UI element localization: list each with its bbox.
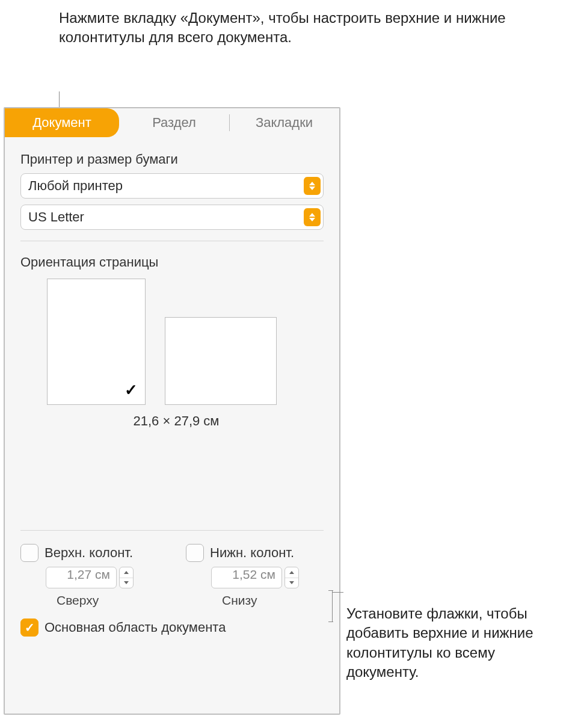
orientation-portrait[interactable]: ✓: [47, 279, 146, 405]
tab-section[interactable]: Раздел: [119, 108, 229, 137]
orientation-options: ✓: [47, 279, 324, 405]
header-checkbox[interactable]: [20, 544, 38, 562]
header-check-line: Верхн. колонт.: [20, 544, 158, 562]
tab-document[interactable]: Документ: [5, 108, 119, 137]
callout-top-text: Нажмите вкладку «Документ», чтобы настро…: [59, 8, 575, 48]
footer-stepper: 1,52 см: [211, 567, 324, 588]
tab-bookmarks[interactable]: Закладки: [229, 108, 339, 137]
chevron-down-icon: [124, 581, 129, 584]
document-body-row: ✓ Основная область документа: [20, 618, 324, 637]
footer-sublabel: Снизу: [222, 593, 324, 608]
stepper-down[interactable]: [285, 578, 298, 588]
panel-body: Принтер и размер бумаги Любой принтер US…: [5, 137, 339, 643]
header-value-input[interactable]: 1,27 см: [46, 567, 117, 588]
callout-bracket: [328, 622, 333, 622]
orientation-section-title: Ориентация страницы: [20, 254, 324, 270]
callout-line: [59, 91, 60, 108]
stepper-up[interactable]: [285, 567, 298, 578]
header-column: Верхн. колонт. 1,27 см Сверху: [20, 544, 158, 608]
check-icon: ✓: [125, 381, 138, 399]
chevron-up-icon: [289, 571, 294, 574]
paper-value: US Letter: [28, 209, 84, 225]
divider: [20, 241, 324, 241]
footer-value-input[interactable]: 1,52 см: [211, 567, 282, 588]
footer-column: Нижн. колонт. 1,52 см Снизу: [186, 544, 324, 608]
header-stepper: 1,27 см: [46, 567, 158, 588]
orientation-dimensions: 21,6 × 27,9 см: [29, 413, 324, 429]
spacer: [20, 429, 324, 519]
footer-checkbox[interactable]: [186, 544, 204, 562]
printer-select[interactable]: Любой принтер: [20, 173, 324, 199]
footer-label: Нижн. колонт.: [210, 545, 294, 561]
header-footer-row: Верхн. колонт. 1,27 см Сверху Нижн. коло…: [20, 544, 324, 608]
header-sublabel: Сверху: [57, 593, 158, 608]
chevron-up-icon: [124, 571, 129, 574]
footer-stepper-buttons: [284, 567, 299, 588]
popup-arrows-icon: [304, 208, 321, 226]
stepper-down[interactable]: [120, 578, 133, 588]
footer-check-line: Нижн. колонт.: [186, 544, 324, 562]
callout-bracket: [332, 590, 333, 622]
popup-arrows-icon: [304, 177, 321, 195]
inspector-tabs: Документ Раздел Закладки: [5, 108, 339, 137]
paper-size-select[interactable]: US Letter: [20, 205, 324, 230]
divider: [20, 530, 324, 531]
document-inspector-panel: Документ Раздел Закладки Принтер и разме…: [4, 107, 340, 715]
orientation-landscape[interactable]: [165, 317, 277, 405]
document-body-label: Основная область документа: [45, 620, 226, 635]
header-stepper-buttons: [119, 567, 134, 588]
document-body-checkbox[interactable]: ✓: [20, 618, 38, 637]
printer-section-title: Принтер и размер бумаги: [20, 152, 324, 167]
chevron-down-icon: [289, 581, 294, 584]
printer-value: Любой принтер: [28, 178, 123, 194]
header-label: Верхн. колонт.: [45, 545, 133, 561]
callout-line: [333, 592, 343, 593]
stepper-up[interactable]: [120, 567, 133, 578]
callout-right-text: Установите флажки, чтобы добавить верхни…: [346, 604, 569, 682]
